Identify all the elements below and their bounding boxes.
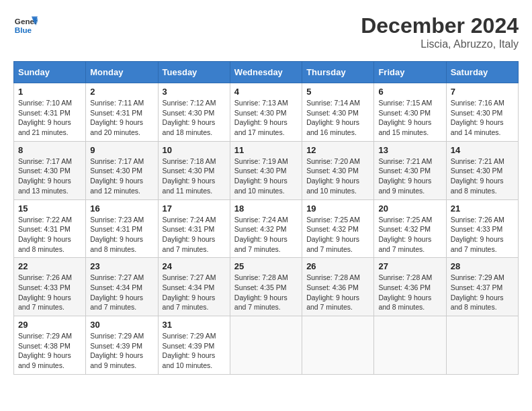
day-info: Sunrise: 7:23 AM Sunset: 4:31 PM Dayligh… (90, 215, 153, 255)
day-info: Sunrise: 7:17 AM Sunset: 4:30 PM Dayligh… (18, 156, 81, 196)
day-info: Sunrise: 7:27 AM Sunset: 4:34 PM Dayligh… (163, 273, 226, 312)
day-number: 2 (90, 87, 153, 97)
day-number: 25 (234, 261, 298, 271)
calendar-day-cell: 4 Sunrise: 7:13 AM Sunset: 4:30 PM Dayli… (230, 83, 302, 142)
calendar-week-row: 8 Sunrise: 7:17 AM Sunset: 4:30 PM Dayli… (14, 141, 519, 199)
day-info: Sunrise: 7:29 AM Sunset: 4:37 PM Dayligh… (451, 273, 514, 312)
day-number: 22 (18, 261, 81, 271)
calendar-day-cell: 31 Sunrise: 7:29 AM Sunset: 4:39 PM Dayl… (158, 316, 230, 375)
logo: General Blue (13, 13, 38, 38)
day-info: Sunrise: 7:28 AM Sunset: 4:36 PM Dayligh… (378, 273, 441, 312)
day-number: 9 (90, 145, 153, 155)
day-number: 26 (306, 261, 369, 271)
day-of-week-header: Sunday (14, 62, 86, 83)
calendar-day-cell (302, 316, 374, 375)
day-of-week-header: Tuesday (158, 62, 230, 83)
day-info: Sunrise: 7:28 AM Sunset: 4:36 PM Dayligh… (306, 273, 369, 312)
day-number: 6 (378, 87, 441, 97)
day-number: 31 (163, 320, 226, 330)
day-info: Sunrise: 7:21 AM Sunset: 4:30 PM Dayligh… (451, 156, 514, 196)
calendar-day-cell: 6 Sunrise: 7:15 AM Sunset: 4:30 PM Dayli… (374, 83, 446, 142)
day-info: Sunrise: 7:12 AM Sunset: 4:30 PM Dayligh… (163, 98, 226, 138)
calendar-day-cell: 19 Sunrise: 7:25 AM Sunset: 4:32 PM Dayl… (302, 199, 374, 258)
calendar-day-cell: 2 Sunrise: 7:11 AM Sunset: 4:31 PM Dayli… (86, 83, 158, 142)
calendar-day-cell (230, 316, 302, 375)
day-number: 28 (451, 261, 514, 271)
day-number: 10 (163, 145, 226, 155)
day-info: Sunrise: 7:19 AM Sunset: 4:30 PM Dayligh… (234, 156, 298, 196)
day-number: 5 (306, 87, 369, 97)
day-number: 17 (163, 203, 226, 214)
day-info: Sunrise: 7:21 AM Sunset: 4:30 PM Dayligh… (378, 156, 441, 196)
calendar-day-cell: 9 Sunrise: 7:17 AM Sunset: 4:30 PM Dayli… (86, 141, 158, 199)
calendar-day-cell: 13 Sunrise: 7:21 AM Sunset: 4:30 PM Dayl… (374, 141, 446, 199)
calendar-day-cell: 23 Sunrise: 7:27 AM Sunset: 4:34 PM Dayl… (86, 258, 158, 316)
calendar-day-cell: 27 Sunrise: 7:28 AM Sunset: 4:36 PM Dayl… (374, 258, 446, 316)
day-number: 7 (451, 87, 514, 97)
calendar-day-cell: 5 Sunrise: 7:14 AM Sunset: 4:30 PM Dayli… (302, 83, 374, 142)
svg-text:Blue: Blue (15, 26, 32, 34)
calendar-day-cell: 16 Sunrise: 7:23 AM Sunset: 4:31 PM Dayl… (86, 199, 158, 258)
day-info: Sunrise: 7:22 AM Sunset: 4:31 PM Dayligh… (18, 215, 81, 255)
day-info: Sunrise: 7:16 AM Sunset: 4:30 PM Dayligh… (451, 98, 514, 138)
day-number: 19 (306, 203, 369, 214)
day-number: 8 (18, 145, 81, 155)
day-info: Sunrise: 7:29 AM Sunset: 4:38 PM Dayligh… (18, 331, 81, 371)
calendar-day-cell: 20 Sunrise: 7:25 AM Sunset: 4:32 PM Dayl… (374, 199, 446, 258)
calendar-day-cell (374, 316, 446, 375)
calendar-day-cell: 21 Sunrise: 7:26 AM Sunset: 4:33 PM Dayl… (446, 199, 518, 258)
title-area: December 2024 Liscia, Abruzzo, Italy (361, 13, 519, 50)
day-of-week-header: Monday (86, 62, 158, 83)
calendar-day-cell: 29 Sunrise: 7:29 AM Sunset: 4:38 PM Dayl… (14, 316, 86, 375)
day-number: 30 (90, 320, 153, 330)
day-info: Sunrise: 7:11 AM Sunset: 4:31 PM Dayligh… (90, 98, 153, 138)
day-info: Sunrise: 7:20 AM Sunset: 4:30 PM Dayligh… (306, 156, 369, 196)
day-info: Sunrise: 7:25 AM Sunset: 4:32 PM Dayligh… (306, 215, 369, 255)
calendar-day-cell: 17 Sunrise: 7:24 AM Sunset: 4:31 PM Dayl… (158, 199, 230, 258)
calendar-day-cell: 1 Sunrise: 7:10 AM Sunset: 4:31 PM Dayli… (14, 83, 86, 142)
day-of-week-header: Wednesday (230, 62, 302, 83)
calendar-day-cell: 12 Sunrise: 7:20 AM Sunset: 4:30 PM Dayl… (302, 141, 374, 199)
day-number: 11 (234, 145, 298, 155)
calendar-day-cell: 3 Sunrise: 7:12 AM Sunset: 4:30 PM Dayli… (158, 83, 230, 142)
day-number: 27 (378, 261, 441, 271)
location: Liscia, Abruzzo, Italy (361, 38, 519, 50)
day-info: Sunrise: 7:29 AM Sunset: 4:39 PM Dayligh… (90, 331, 153, 371)
day-number: 23 (90, 261, 153, 271)
day-number: 21 (451, 203, 514, 214)
page-header: General Blue December 2024 Liscia, Abruz… (13, 13, 519, 50)
day-of-week-header: Thursday (302, 62, 374, 83)
day-of-week-header: Friday (374, 62, 446, 83)
day-info: Sunrise: 7:24 AM Sunset: 4:31 PM Dayligh… (163, 215, 226, 255)
day-info: Sunrise: 7:18 AM Sunset: 4:30 PM Dayligh… (163, 156, 226, 196)
calendar-day-cell: 28 Sunrise: 7:29 AM Sunset: 4:37 PM Dayl… (446, 258, 518, 316)
day-number: 15 (18, 203, 81, 214)
day-info: Sunrise: 7:25 AM Sunset: 4:32 PM Dayligh… (378, 215, 441, 255)
calendar-day-cell: 11 Sunrise: 7:19 AM Sunset: 4:30 PM Dayl… (230, 141, 302, 199)
day-number: 18 (234, 203, 298, 214)
calendar-day-cell: 10 Sunrise: 7:18 AM Sunset: 4:30 PM Dayl… (158, 141, 230, 199)
calendar-week-row: 22 Sunrise: 7:26 AM Sunset: 4:33 PM Dayl… (14, 258, 519, 316)
day-info: Sunrise: 7:29 AM Sunset: 4:39 PM Dayligh… (163, 331, 226, 371)
day-info: Sunrise: 7:13 AM Sunset: 4:30 PM Dayligh… (234, 98, 298, 138)
calendar-day-cell: 22 Sunrise: 7:26 AM Sunset: 4:33 PM Dayl… (14, 258, 86, 316)
day-number: 29 (18, 320, 81, 330)
day-number: 1 (18, 87, 81, 97)
calendar-table: SundayMondayTuesdayWednesdayThursdayFrid… (13, 61, 519, 375)
month-title: December 2024 (361, 13, 519, 38)
calendar-day-cell: 18 Sunrise: 7:24 AM Sunset: 4:32 PM Dayl… (230, 199, 302, 258)
calendar-header-row: SundayMondayTuesdayWednesdayThursdayFrid… (14, 62, 519, 83)
day-number: 14 (451, 145, 514, 155)
calendar-day-cell: 14 Sunrise: 7:21 AM Sunset: 4:30 PM Dayl… (446, 141, 518, 199)
calendar-day-cell: 7 Sunrise: 7:16 AM Sunset: 4:30 PM Dayli… (446, 83, 518, 142)
day-number: 4 (234, 87, 298, 97)
day-number: 13 (378, 145, 441, 155)
calendar-day-cell: 25 Sunrise: 7:28 AM Sunset: 4:35 PM Dayl… (230, 258, 302, 316)
day-info: Sunrise: 7:10 AM Sunset: 4:31 PM Dayligh… (18, 98, 81, 138)
day-number: 3 (163, 87, 226, 97)
day-info: Sunrise: 7:24 AM Sunset: 4:32 PM Dayligh… (234, 215, 298, 255)
calendar-day-cell: 24 Sunrise: 7:27 AM Sunset: 4:34 PM Dayl… (158, 258, 230, 316)
calendar-day-cell (446, 316, 518, 375)
day-number: 12 (306, 145, 369, 155)
day-of-week-header: Saturday (446, 62, 518, 83)
